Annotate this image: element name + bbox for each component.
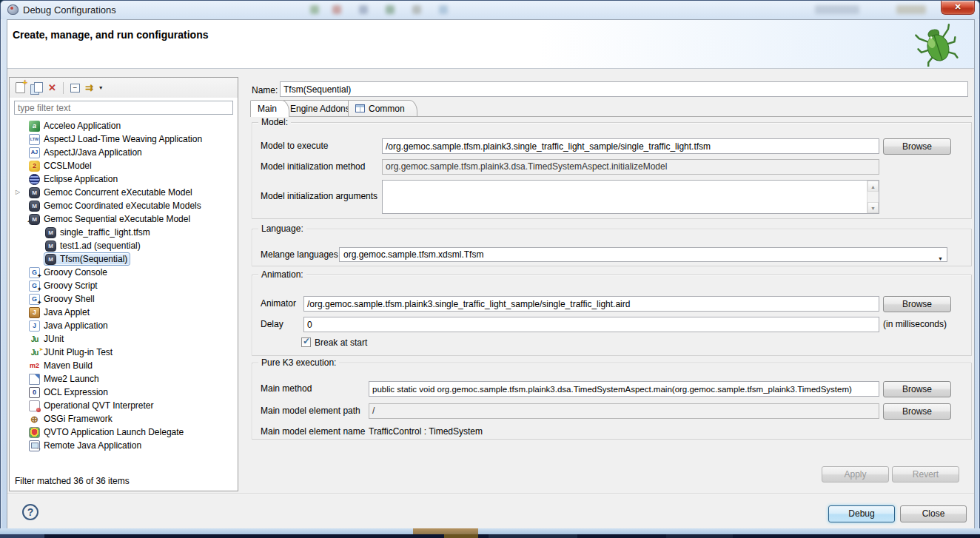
tree-item[interactable]: M Gemoc Coordinated eXecutable Models (10, 199, 238, 212)
tree-item[interactable]: J Java Application (10, 319, 238, 332)
aspectj-java-icon: AJ (29, 147, 40, 158)
apply-button[interactable]: Apply (822, 466, 889, 482)
tree-item-label: Java Applet (44, 306, 90, 319)
main-model-element-path-field: / (369, 403, 879, 419)
close-button[interactable]: Close (900, 505, 967, 522)
tree-item[interactable]: M Tfsm(Sequential) (10, 252, 238, 266)
tree-item[interactable]: a Acceleo Application (10, 119, 238, 132)
main-method-input[interactable] (369, 381, 879, 397)
tree-item[interactable]: G Groovy Script (10, 279, 238, 292)
check-icon: ✓ (303, 336, 310, 346)
args-scrollbar[interactable]: ▲ ▼ (867, 181, 879, 213)
tree-item[interactable]: Remote Java Application (10, 439, 238, 452)
tree-item-label: OCL Expression (44, 386, 108, 399)
melange-languages-combobox[interactable]: org.gemoc.sample.tfsm.xdsml.Tfsm ▼ (339, 247, 947, 262)
collapse-all-icon[interactable]: − (70, 84, 80, 93)
model-group: Model: Model to execute Browse Model ini… (252, 122, 972, 219)
junit-plugin-test-icon: Ju (29, 347, 40, 358)
element-path-browse-button[interactable]: Browse (883, 403, 951, 420)
model-to-execute-input[interactable] (382, 138, 879, 154)
qvt-interpreter-icon (29, 400, 40, 411)
debug-configurations-dialog: Debug Configurations ✕ Create, manage, a… (0, 0, 980, 534)
filter-status: Filter matched 36 of 36 items (15, 476, 130, 486)
tree-item[interactable]: G Groovy Console (10, 266, 238, 279)
tree-expander-icon[interactable]: ▷ (16, 186, 26, 199)
blurred-background-icon (386, 5, 395, 14)
dialog-footer: ? Debug Close (7, 494, 974, 529)
menu-dropdown-icon[interactable]: ▼ (98, 82, 104, 94)
animator-label: Animator (261, 298, 296, 309)
tree-item[interactable]: Ju JUnit (10, 332, 238, 346)
tree-item[interactable]: Operational QVT Interpreter (10, 399, 238, 412)
gemoc-icon: M (45, 241, 56, 252)
tree-item-label: Java Application (44, 319, 108, 332)
window-close-button[interactable]: ✕ (941, 1, 975, 15)
main-model-element-name-label: Main model element name (261, 426, 365, 437)
java-application-icon: J (29, 320, 40, 332)
help-button[interactable]: ? (22, 504, 38, 520)
dialog-header-title: Create, manage, and run configurations (13, 29, 209, 41)
maven-build-icon: m2 (29, 360, 40, 371)
filter-input[interactable] (14, 101, 233, 115)
tree-item[interactable]: M test1.ad (sequential) (10, 239, 238, 252)
melange-languages-label: Melange languages (261, 249, 338, 260)
tree-item[interactable]: m2 Maven Build (10, 359, 238, 372)
tree-item[interactable]: AJ AspectJ/Java Application (10, 146, 238, 159)
tree-item[interactable]: M single_traffic_light.tfsm (10, 226, 238, 239)
main-method-label: Main method (261, 383, 312, 394)
toolbar-separator (63, 82, 64, 94)
model-to-execute-label: Model to execute (261, 141, 328, 151)
tab-common[interactable]: Common (348, 100, 417, 116)
scrollbar-up-icon[interactable]: ▲ (867, 181, 879, 192)
pure-k3-group: Pure K3 execution: Main method Browse Ma… (252, 363, 972, 440)
tree-item[interactable]: Mwe2 Launch (10, 372, 238, 386)
animator-browse-button[interactable]: Browse (883, 296, 951, 312)
tree-item[interactable]: LTW AspectJ Load-Time Weaving Applicatio… (10, 132, 238, 146)
tree-item-label: test1.ad (sequential) (60, 239, 141, 252)
tree-item-label: CCSLModel (44, 159, 92, 172)
debug-bug-image (913, 22, 961, 67)
eclipse-icon (29, 174, 40, 185)
break-at-start-checkbox[interactable]: ✓ (301, 337, 311, 347)
animation-group: Animation: Animator Browse Delay (in mil… (252, 275, 972, 356)
tree-item[interactable]: 0 OCL Expression (10, 386, 238, 399)
dialog-header-banner: Create, manage, and run configurations (7, 20, 974, 69)
tree-item[interactable]: G Groovy Shell (10, 292, 238, 306)
taskbar-strip (0, 534, 980, 538)
model-init-args-label: Model initialization arguments (261, 191, 377, 201)
blurred-background-icon (896, 5, 926, 14)
delay-label: Delay (261, 319, 283, 329)
question-icon: ? (27, 506, 34, 518)
tree-item[interactable]: Ju JUnit Plug-in Test (10, 346, 238, 359)
language-group: Language: Melange languages org.gemoc.sa… (252, 229, 972, 266)
tree-item[interactable]: ⊕ OSGi Framework (10, 412, 238, 426)
new-launch-configuration-icon[interactable] (16, 82, 25, 93)
tree-item-label: OSGi Framework (44, 412, 113, 426)
tree-item[interactable]: QVTO Application Launch Delegate (10, 426, 238, 439)
main-method-browse-button[interactable]: Browse (883, 381, 951, 397)
mwe2-launch-icon (29, 374, 40, 385)
blurred-background-icon (332, 5, 341, 14)
name-input[interactable] (280, 81, 968, 97)
model-browse-button[interactable]: Browse (883, 138, 951, 155)
tree-item[interactable]: ▷ M Gemoc Concurrent eXecutable Model (10, 186, 238, 199)
tree-item[interactable]: Eclipse Application (10, 172, 238, 186)
delay-input[interactable] (303, 317, 879, 332)
window-titlebar[interactable]: Debug Configurations ✕ (1, 1, 979, 19)
delete-configuration-icon[interactable]: ✕ (48, 82, 56, 94)
tree-item[interactable]: J Java Applet (10, 306, 238, 319)
scrollbar-down-icon[interactable]: ▼ (867, 202, 879, 213)
model-group-title: Model: (258, 117, 291, 127)
model-init-args-textarea[interactable]: ▲ ▼ (382, 180, 879, 214)
tree-item[interactable]: ◢ M Gemoc Sequential eXecutable Model (10, 212, 238, 226)
filter-configurations-icon[interactable]: ⇉ (85, 82, 93, 94)
tree-item[interactable]: 2 CCSLModel (10, 159, 238, 172)
gemoc-icon: M (45, 227, 56, 238)
debug-button[interactable]: Debug (828, 505, 895, 522)
tab-main[interactable]: Main (250, 100, 289, 117)
animator-input[interactable] (303, 296, 879, 312)
groovy-console-icon: G (29, 267, 40, 278)
duplicate-configuration-icon[interactable] (30, 82, 43, 94)
revert-button[interactable]: Revert (892, 466, 959, 482)
tree-item-label: QVTO Application Launch Delegate (44, 426, 184, 439)
